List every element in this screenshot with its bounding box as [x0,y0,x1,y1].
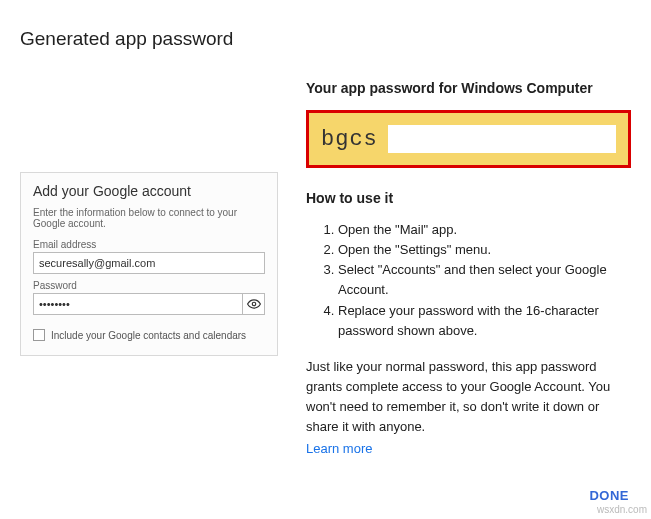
svg-point-0 [252,302,256,306]
app-password-heading: Your app password for Windows Computer [306,80,631,96]
howto-list: Open the "Mail" app. Open the "Settings"… [338,220,631,341]
watermark: wsxdn.com [597,504,647,515]
app-password-box: bgcs [306,110,631,168]
add-account-dialog: Add your Google account Enter the inform… [20,172,278,356]
list-item: Open the "Mail" app. [338,220,631,240]
howto-title: How to use it [306,190,631,206]
app-password-masked [388,125,616,153]
include-contacts-label: Include your Google contacts and calenda… [51,330,246,341]
page-title: Generated app password [20,28,631,50]
password-label: Password [33,280,265,291]
done-button[interactable]: DONE [589,488,629,503]
include-contacts-checkbox[interactable] [33,329,45,341]
dialog-subtitle: Enter the information below to connect t… [33,207,265,229]
security-note: Just like your normal password, this app… [306,357,631,438]
email-label: Email address [33,239,265,250]
dialog-title: Add your Google account [33,183,265,199]
reveal-password-icon[interactable] [243,293,265,315]
app-password-value: bgcs [321,127,378,152]
list-item: Select "Accounts" and then select your G… [338,260,631,300]
learn-more-link[interactable]: Learn more [306,441,372,456]
list-item: Open the "Settings" menu. [338,240,631,260]
password-field[interactable] [33,293,243,315]
email-field[interactable] [33,252,265,274]
list-item: Replace your password with the 16-charac… [338,301,631,341]
